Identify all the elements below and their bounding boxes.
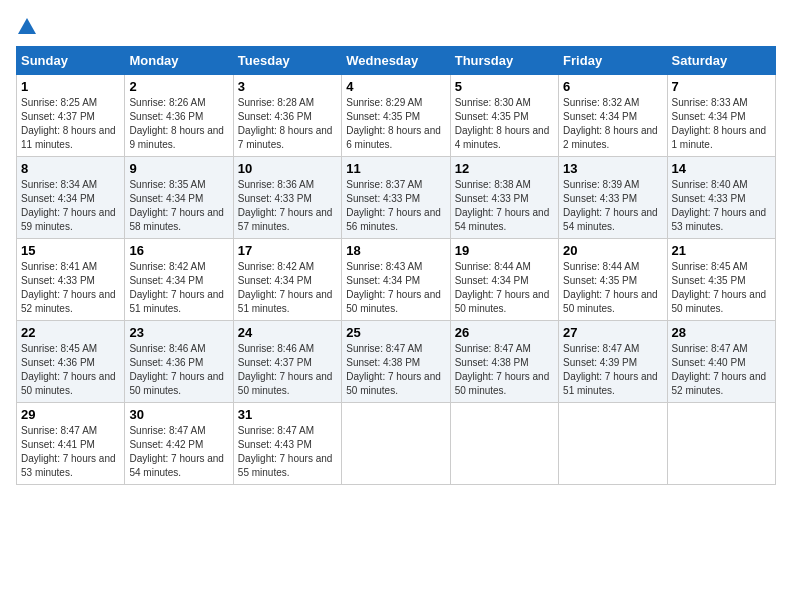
calendar-cell: 12 Sunrise: 8:38 AM Sunset: 4:33 PM Dayl… xyxy=(450,157,558,239)
calendar-header-row: SundayMondayTuesdayWednesdayThursdayFrid… xyxy=(17,47,776,75)
calendar-cell: 19 Sunrise: 8:44 AM Sunset: 4:34 PM Dayl… xyxy=(450,239,558,321)
day-info: Sunrise: 8:32 AM Sunset: 4:34 PM Dayligh… xyxy=(563,96,662,152)
day-info: Sunrise: 8:42 AM Sunset: 4:34 PM Dayligh… xyxy=(238,260,337,316)
calendar-cell: 25 Sunrise: 8:47 AM Sunset: 4:38 PM Dayl… xyxy=(342,321,450,403)
day-info: Sunrise: 8:30 AM Sunset: 4:35 PM Dayligh… xyxy=(455,96,554,152)
weekday-header-thursday: Thursday xyxy=(450,47,558,75)
day-info: Sunrise: 8:37 AM Sunset: 4:33 PM Dayligh… xyxy=(346,178,445,234)
day-number: 25 xyxy=(346,325,445,340)
calendar-cell: 16 Sunrise: 8:42 AM Sunset: 4:34 PM Dayl… xyxy=(125,239,233,321)
day-number: 19 xyxy=(455,243,554,258)
day-info: Sunrise: 8:45 AM Sunset: 4:35 PM Dayligh… xyxy=(672,260,771,316)
calendar-cell: 27 Sunrise: 8:47 AM Sunset: 4:39 PM Dayl… xyxy=(559,321,667,403)
calendar-cell: 20 Sunrise: 8:44 AM Sunset: 4:35 PM Dayl… xyxy=(559,239,667,321)
calendar-cell: 24 Sunrise: 8:46 AM Sunset: 4:37 PM Dayl… xyxy=(233,321,341,403)
calendar-cell: 13 Sunrise: 8:39 AM Sunset: 4:33 PM Dayl… xyxy=(559,157,667,239)
calendar-cell: 15 Sunrise: 8:41 AM Sunset: 4:33 PM Dayl… xyxy=(17,239,125,321)
day-info: Sunrise: 8:34 AM Sunset: 4:34 PM Dayligh… xyxy=(21,178,120,234)
day-info: Sunrise: 8:41 AM Sunset: 4:33 PM Dayligh… xyxy=(21,260,120,316)
day-number: 17 xyxy=(238,243,337,258)
day-number: 31 xyxy=(238,407,337,422)
day-number: 29 xyxy=(21,407,120,422)
calendar-week-row: 15 Sunrise: 8:41 AM Sunset: 4:33 PM Dayl… xyxy=(17,239,776,321)
logo-icon xyxy=(16,16,38,38)
day-info: Sunrise: 8:47 AM Sunset: 4:38 PM Dayligh… xyxy=(346,342,445,398)
day-info: Sunrise: 8:47 AM Sunset: 4:42 PM Dayligh… xyxy=(129,424,228,480)
day-info: Sunrise: 8:38 AM Sunset: 4:33 PM Dayligh… xyxy=(455,178,554,234)
calendar-cell: 26 Sunrise: 8:47 AM Sunset: 4:38 PM Dayl… xyxy=(450,321,558,403)
day-info: Sunrise: 8:25 AM Sunset: 4:37 PM Dayligh… xyxy=(21,96,120,152)
day-number: 23 xyxy=(129,325,228,340)
calendar-week-row: 29 Sunrise: 8:47 AM Sunset: 4:41 PM Dayl… xyxy=(17,403,776,485)
day-info: Sunrise: 8:46 AM Sunset: 4:37 PM Dayligh… xyxy=(238,342,337,398)
calendar-cell: 30 Sunrise: 8:47 AM Sunset: 4:42 PM Dayl… xyxy=(125,403,233,485)
day-number: 11 xyxy=(346,161,445,176)
day-number: 24 xyxy=(238,325,337,340)
day-info: Sunrise: 8:43 AM Sunset: 4:34 PM Dayligh… xyxy=(346,260,445,316)
day-number: 15 xyxy=(21,243,120,258)
day-number: 18 xyxy=(346,243,445,258)
svg-marker-0 xyxy=(18,18,36,34)
day-number: 8 xyxy=(21,161,120,176)
day-number: 30 xyxy=(129,407,228,422)
calendar-cell: 7 Sunrise: 8:33 AM Sunset: 4:34 PM Dayli… xyxy=(667,75,775,157)
day-info: Sunrise: 8:47 AM Sunset: 4:40 PM Dayligh… xyxy=(672,342,771,398)
day-number: 1 xyxy=(21,79,120,94)
calendar-cell: 8 Sunrise: 8:34 AM Sunset: 4:34 PM Dayli… xyxy=(17,157,125,239)
calendar-cell: 29 Sunrise: 8:47 AM Sunset: 4:41 PM Dayl… xyxy=(17,403,125,485)
day-number: 7 xyxy=(672,79,771,94)
day-number: 26 xyxy=(455,325,554,340)
calendar-week-row: 1 Sunrise: 8:25 AM Sunset: 4:37 PM Dayli… xyxy=(17,75,776,157)
calendar-week-row: 8 Sunrise: 8:34 AM Sunset: 4:34 PM Dayli… xyxy=(17,157,776,239)
day-info: Sunrise: 8:47 AM Sunset: 4:43 PM Dayligh… xyxy=(238,424,337,480)
calendar-cell xyxy=(559,403,667,485)
calendar-cell: 2 Sunrise: 8:26 AM Sunset: 4:36 PM Dayli… xyxy=(125,75,233,157)
weekday-header-tuesday: Tuesday xyxy=(233,47,341,75)
calendar-week-row: 22 Sunrise: 8:45 AM Sunset: 4:36 PM Dayl… xyxy=(17,321,776,403)
day-info: Sunrise: 8:26 AM Sunset: 4:36 PM Dayligh… xyxy=(129,96,228,152)
calendar-cell: 23 Sunrise: 8:46 AM Sunset: 4:36 PM Dayl… xyxy=(125,321,233,403)
day-info: Sunrise: 8:47 AM Sunset: 4:41 PM Dayligh… xyxy=(21,424,120,480)
calendar-cell: 14 Sunrise: 8:40 AM Sunset: 4:33 PM Dayl… xyxy=(667,157,775,239)
day-number: 20 xyxy=(563,243,662,258)
calendar-cell: 21 Sunrise: 8:45 AM Sunset: 4:35 PM Dayl… xyxy=(667,239,775,321)
day-info: Sunrise: 8:47 AM Sunset: 4:38 PM Dayligh… xyxy=(455,342,554,398)
weekday-header-wednesday: Wednesday xyxy=(342,47,450,75)
day-number: 27 xyxy=(563,325,662,340)
day-number: 2 xyxy=(129,79,228,94)
day-number: 13 xyxy=(563,161,662,176)
weekday-header-sunday: Sunday xyxy=(17,47,125,75)
day-info: Sunrise: 8:44 AM Sunset: 4:35 PM Dayligh… xyxy=(563,260,662,316)
calendar-cell: 9 Sunrise: 8:35 AM Sunset: 4:34 PM Dayli… xyxy=(125,157,233,239)
day-number: 9 xyxy=(129,161,228,176)
day-number: 12 xyxy=(455,161,554,176)
day-info: Sunrise: 8:40 AM Sunset: 4:33 PM Dayligh… xyxy=(672,178,771,234)
day-number: 6 xyxy=(563,79,662,94)
day-info: Sunrise: 8:45 AM Sunset: 4:36 PM Dayligh… xyxy=(21,342,120,398)
logo xyxy=(16,16,38,38)
day-info: Sunrise: 8:39 AM Sunset: 4:33 PM Dayligh… xyxy=(563,178,662,234)
calendar-cell xyxy=(667,403,775,485)
day-info: Sunrise: 8:33 AM Sunset: 4:34 PM Dayligh… xyxy=(672,96,771,152)
day-info: Sunrise: 8:47 AM Sunset: 4:39 PM Dayligh… xyxy=(563,342,662,398)
calendar-cell: 31 Sunrise: 8:47 AM Sunset: 4:43 PM Dayl… xyxy=(233,403,341,485)
calendar-cell xyxy=(342,403,450,485)
day-info: Sunrise: 8:35 AM Sunset: 4:34 PM Dayligh… xyxy=(129,178,228,234)
day-number: 4 xyxy=(346,79,445,94)
day-info: Sunrise: 8:42 AM Sunset: 4:34 PM Dayligh… xyxy=(129,260,228,316)
calendar-cell: 28 Sunrise: 8:47 AM Sunset: 4:40 PM Dayl… xyxy=(667,321,775,403)
page-header xyxy=(16,16,776,38)
day-number: 5 xyxy=(455,79,554,94)
day-info: Sunrise: 8:29 AM Sunset: 4:35 PM Dayligh… xyxy=(346,96,445,152)
day-info: Sunrise: 8:28 AM Sunset: 4:36 PM Dayligh… xyxy=(238,96,337,152)
day-number: 21 xyxy=(672,243,771,258)
day-number: 14 xyxy=(672,161,771,176)
calendar-cell: 1 Sunrise: 8:25 AM Sunset: 4:37 PM Dayli… xyxy=(17,75,125,157)
day-number: 28 xyxy=(672,325,771,340)
calendar-cell: 10 Sunrise: 8:36 AM Sunset: 4:33 PM Dayl… xyxy=(233,157,341,239)
day-info: Sunrise: 8:46 AM Sunset: 4:36 PM Dayligh… xyxy=(129,342,228,398)
day-number: 10 xyxy=(238,161,337,176)
calendar-cell: 6 Sunrise: 8:32 AM Sunset: 4:34 PM Dayli… xyxy=(559,75,667,157)
weekday-header-friday: Friday xyxy=(559,47,667,75)
day-number: 3 xyxy=(238,79,337,94)
